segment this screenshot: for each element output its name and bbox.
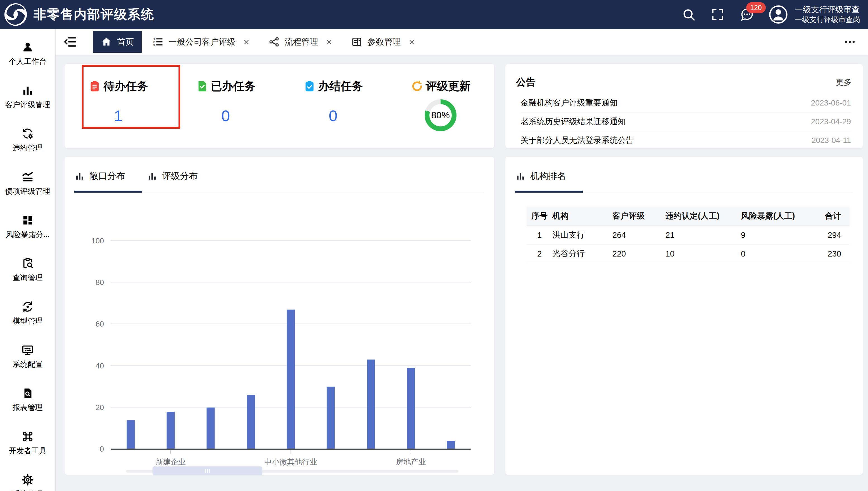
- announcements-title: 公告: [516, 76, 536, 89]
- collapse-menu-icon[interactable]: [63, 35, 77, 49]
- sidebar-item-risk-exposure[interactable]: 风险暴露分...: [0, 214, 55, 239]
- x-axis-label: 房地产业: [396, 457, 426, 467]
- sidebar-item-model-management[interactable]: 模型管理: [0, 300, 55, 326]
- y-axis-tick-label: 40: [96, 362, 104, 370]
- close-tab-icon[interactable]: [408, 38, 415, 46]
- announcement-text[interactable]: 老系统历史评级结果迁移通知: [520, 116, 626, 127]
- tab-home[interactable]: 首页: [93, 31, 142, 53]
- institution-ranking-card: 机构排名 序号机构客户评级违约认定(人工)风险暴露(人工)合计1洪山支行2642…: [505, 156, 863, 475]
- table-cell: 21: [665, 231, 740, 240]
- table-header-row: 序号机构客户评级违约认定(人工)风险暴露(人工)合计: [526, 207, 849, 226]
- table-cell: 10: [665, 249, 740, 258]
- user-avatar-icon[interactable]: [768, 5, 788, 24]
- system-config-icon: [21, 344, 34, 356]
- stat-label: 已办任务: [211, 79, 255, 94]
- scrollbar-grip: [209, 469, 210, 473]
- sidebar-item-label: 报表管理: [12, 403, 43, 412]
- stat-closed-tasks: 办结任务 0: [279, 64, 387, 148]
- stat-label: 待办任务: [103, 79, 148, 94]
- announcements-more-link[interactable]: 更多: [836, 77, 851, 88]
- table-cell: 294: [824, 231, 849, 240]
- svg-text:3: 3: [153, 43, 155, 47]
- rating-update-donut: 80%: [425, 99, 457, 131]
- table-cell: 9: [740, 231, 824, 240]
- home-icon: [101, 36, 112, 48]
- bar-series-4: [247, 395, 255, 449]
- tab-institution-ranking[interactable]: 机构排名: [515, 170, 566, 182]
- open-tabs: 首页123一般公司客户评级流程管理参数管理: [93, 31, 423, 53]
- tab-exposure-distribution[interactable]: 敞口分布: [74, 170, 125, 182]
- stat-value[interactable]: 1: [114, 107, 123, 125]
- table-row: 1洪山支行264219294: [526, 226, 849, 244]
- table-cell: 230: [824, 249, 849, 258]
- chart-tabs: 敞口分布评级分布: [74, 170, 198, 182]
- table-header-cell: 序号: [526, 210, 552, 222]
- announcement-item: 金融机构客户评级重要通知2023-06-01: [520, 94, 851, 112]
- bar-chart-icon: [21, 84, 34, 97]
- table-cell: 洪山支行: [552, 229, 612, 241]
- tab-general-company-rating[interactable]: 123一般公司客户评级: [144, 31, 258, 53]
- sidebar-item-system-management[interactable]: 系统管理: [0, 473, 55, 491]
- tab-params-management[interactable]: 参数管理: [343, 31, 423, 53]
- app-title: 非零售内部评级系统: [33, 6, 154, 23]
- sidebar-item-report-management[interactable]: 报表管理: [0, 387, 55, 412]
- distribution-chart-card: 敞口分布评级分布 020406080100新建企业中小微其他行业房地产业: [64, 156, 494, 475]
- sidebar-item-system-config[interactable]: 系统配置: [0, 344, 55, 369]
- chart-tab-label: 评级分布: [162, 170, 198, 182]
- table-cell: 2: [526, 249, 552, 258]
- tab-label: 首页: [117, 36, 134, 48]
- table-header-cell: 违约认定(人工): [665, 210, 740, 222]
- params-icon: [351, 36, 362, 48]
- sidebar-item-label: 模型管理: [12, 316, 43, 326]
- query-icon: [21, 257, 34, 270]
- stat-value[interactable]: 0: [329, 107, 337, 125]
- sidebar-item-query-management[interactable]: 查询管理: [0, 257, 55, 283]
- task-stats-card: 待办任务 1 已办任务 0 办结任务 0 评级更新 80%: [64, 64, 494, 148]
- bar-series-3: [207, 408, 215, 449]
- tab-label: 流程管理: [285, 36, 318, 48]
- more-tabs-icon[interactable]: [843, 35, 856, 48]
- search-icon[interactable]: [681, 7, 696, 22]
- announcement-text[interactable]: 金融机构客户评级重要通知: [520, 97, 618, 109]
- sidebar-item-developer-tools[interactable]: 开发者工具: [0, 430, 55, 456]
- table-row: 2光谷分行220100230: [526, 244, 849, 263]
- gear-icon: [21, 473, 34, 486]
- sidebar-item-personal-workbench[interactable]: 个人工作台: [0, 41, 55, 66]
- cycle-icon: [411, 80, 424, 93]
- bar-chart-icon: [147, 171, 158, 181]
- sidebar-item-label: 客户评级管理: [5, 100, 50, 110]
- bar-series-1: [127, 420, 135, 449]
- chart-scrollbar-thumb[interactable]: [153, 466, 262, 475]
- person-icon: [21, 41, 34, 54]
- exposure-bar-chart: 020406080100新建企业中小微其他行业房地产业: [111, 241, 471, 449]
- y-axis-tick-label: 80: [96, 278, 104, 287]
- message-count-badge: 120: [746, 2, 766, 13]
- stat-value[interactable]: 0: [221, 107, 230, 125]
- chart-tab-label: 敞口分布: [89, 170, 125, 182]
- tab-process-management[interactable]: 流程管理: [261, 31, 341, 53]
- risk-grid-icon: [21, 214, 34, 227]
- chart-scrollbar-track[interactable]: [126, 470, 458, 472]
- gridline: [111, 282, 471, 283]
- close-tab-icon[interactable]: [325, 38, 333, 46]
- doc-check-icon: [196, 80, 209, 93]
- sidebar: 个人工作台客户评级管理违约管理债项评级管理风险暴露分...查询管理模型管理系统配…: [0, 29, 56, 491]
- sidebar-item-customer-rating-management[interactable]: 客户评级管理: [0, 84, 55, 110]
- sidebar-item-debt-rating-management[interactable]: 债项评级管理: [0, 171, 55, 196]
- sidebar-item-label: 债项评级管理: [5, 186, 50, 196]
- announcements-list: 金融机构客户评级重要通知2023-06-01老系统历史评级结果迁移通知2023-…: [506, 94, 863, 150]
- fullscreen-icon[interactable]: [710, 7, 725, 22]
- sidebar-item-default-management[interactable]: 违约管理: [0, 127, 55, 153]
- gridline: [111, 240, 471, 241]
- announcement-text[interactable]: 关于部分人员无法登录系统公告: [520, 135, 634, 146]
- y-axis-tick-label: 100: [91, 237, 104, 246]
- user-role-block[interactable]: 一级支行评级审查 一级支行评级审查岗: [795, 4, 860, 24]
- x-axis-tick: [170, 450, 171, 454]
- announcement-date: 2023-04-29: [811, 117, 851, 126]
- clipboard-alert-icon: [88, 80, 101, 93]
- sidebar-item-label: 系统管理: [12, 489, 43, 491]
- bar-新建企业: [167, 412, 175, 449]
- close-tab-icon[interactable]: [243, 38, 250, 46]
- messages-icon[interactable]: 120: [739, 7, 754, 22]
- tab-rating-distribution[interactable]: 评级分布: [147, 170, 198, 182]
